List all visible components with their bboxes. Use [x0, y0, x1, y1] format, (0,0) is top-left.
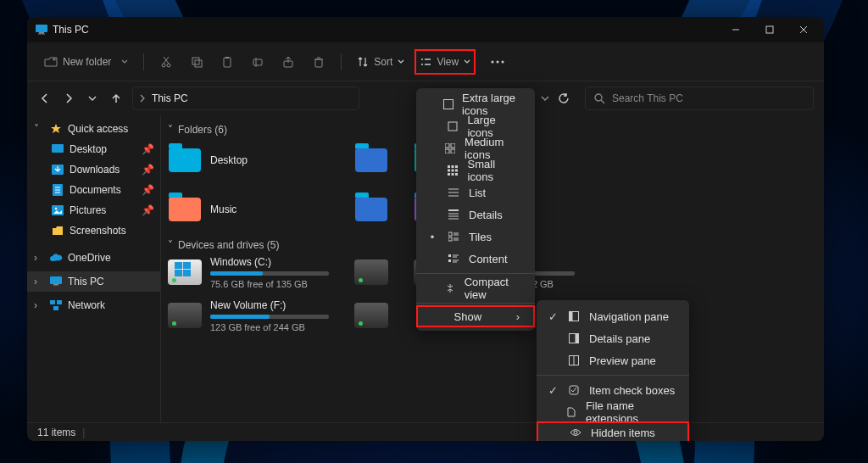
chevron-down-icon: ˅ — [168, 124, 173, 136]
window-title: This PC — [36, 24, 89, 36]
cut-button[interactable] — [153, 49, 180, 75]
menu-medium-icons[interactable]: Medium icons — [416, 137, 535, 159]
svg-rect-17 — [253, 59, 262, 65]
svg-rect-4 — [766, 26, 773, 33]
sidebar-item-pictures[interactable]: Pictures📌 — [27, 200, 160, 220]
svg-rect-49 — [444, 100, 453, 109]
menu-hidden-items[interactable]: Hidden items — [537, 421, 689, 441]
drive-partial-2[interactable] — [354, 299, 388, 332]
svg-point-28 — [497, 60, 499, 63]
menu-content[interactable]: Content — [416, 248, 535, 270]
titlebar: This PC — [27, 17, 824, 42]
sidebar-onedrive[interactable]: › OneDrive — [27, 248, 160, 268]
svg-point-23 — [421, 59, 423, 60]
view-button[interactable]: View — [415, 49, 476, 75]
svg-rect-44 — [53, 306, 58, 310]
svg-rect-63 — [455, 173, 458, 176]
menu-extra-large-icons[interactable]: Extra large icons — [416, 93, 535, 115]
svg-rect-43 — [57, 300, 62, 304]
svg-rect-80 — [448, 259, 451, 262]
search-input[interactable]: Search This PC — [585, 86, 814, 110]
pin-icon: 📌 — [142, 184, 150, 196]
svg-point-90 — [574, 431, 577, 434]
up-button[interactable] — [108, 91, 124, 106]
svg-rect-20 — [315, 59, 322, 67]
menu-preview-pane[interactable]: Preview pane — [537, 349, 689, 371]
svg-point-39 — [55, 208, 57, 209]
folder-documents-partial[interactable] — [354, 141, 388, 180]
chevron-right-icon: › — [34, 299, 44, 311]
maximize-button[interactable] — [753, 17, 787, 42]
sidebar-network[interactable]: › Network — [27, 295, 160, 315]
delete-button[interactable] — [305, 49, 332, 75]
sidebar-item-downloads[interactable]: Downloads📌 — [27, 159, 160, 180]
status-bar: 11 items | — [27, 422, 824, 441]
sidebar-this-pc[interactable]: › This PC — [27, 271, 160, 292]
sidebar-quick-access[interactable]: ˅ Quick access — [27, 119, 160, 139]
svg-rect-86 — [576, 334, 579, 343]
svg-rect-0 — [36, 25, 47, 32]
close-button[interactable] — [787, 17, 821, 42]
back-button[interactable] — [37, 91, 53, 106]
copy-button[interactable] — [183, 49, 210, 75]
minimize-button[interactable] — [719, 17, 753, 42]
pictures-icon — [51, 204, 64, 217]
menu-show[interactable]: Show › — [416, 305, 535, 327]
grid-icon — [446, 164, 459, 177]
sidebar-item-screenshots[interactable]: Screenshots — [27, 220, 160, 241]
folder-icon — [51, 224, 64, 237]
check-icon: ✓ — [547, 384, 559, 397]
tiles-icon — [447, 230, 460, 243]
folder-pictures-partial[interactable] — [354, 190, 388, 229]
new-folder-button[interactable]: New folder — [37, 49, 135, 75]
addr-dropdown-icon[interactable] — [541, 95, 549, 102]
menu-compact-view[interactable]: Compact view — [416, 277, 535, 299]
svg-rect-13 — [192, 58, 199, 64]
svg-point-27 — [492, 60, 494, 63]
folder-desktop[interactable]: Desktop — [168, 141, 329, 180]
drive-windows-c[interactable]: Windows (C:) 75.6 GB free of 135 GB — [168, 256, 329, 289]
svg-rect-42 — [50, 300, 55, 304]
history-button[interactable] — [85, 91, 100, 106]
share-button[interactable] — [275, 49, 302, 75]
menu-details-pane[interactable]: Details pane — [537, 327, 689, 349]
forward-button[interactable] — [61, 91, 76, 106]
paste-button[interactable] — [214, 49, 241, 75]
svg-rect-32 — [52, 144, 64, 153]
sidebar-item-documents[interactable]: Documents📌 — [27, 180, 160, 200]
svg-rect-41 — [53, 284, 58, 286]
rename-button[interactable] — [244, 49, 271, 75]
svg-rect-38 — [52, 205, 64, 215]
svg-rect-53 — [445, 149, 449, 153]
menu-small-icons[interactable]: Small icons — [416, 159, 535, 181]
svg-rect-45 — [175, 262, 182, 269]
svg-rect-74 — [448, 237, 452, 241]
drive-icon — [354, 259, 388, 285]
chevron-right-icon: › — [34, 276, 44, 287]
details-icon — [447, 208, 460, 221]
menu-file-extensions[interactable]: File name extensions — [537, 401, 689, 423]
compact-icon — [445, 282, 456, 295]
svg-rect-1 — [39, 32, 44, 34]
menu-tiles[interactable]: • Tiles — [416, 226, 535, 248]
menu-details[interactable]: Details — [416, 204, 535, 226]
more-button[interactable] — [484, 49, 511, 75]
refresh-button[interactable] — [558, 92, 570, 104]
address-bar[interactable]: This PC — [132, 86, 359, 110]
folder-music[interactable]: Music — [168, 190, 329, 229]
svg-line-31 — [601, 100, 604, 103]
sidebar-item-desktop[interactable]: Desktop📌 — [27, 139, 160, 159]
sort-icon — [357, 56, 369, 68]
toolbar: New folder Sort — [27, 42, 824, 81]
list-icon — [447, 186, 460, 199]
svg-rect-62 — [451, 173, 453, 176]
menu-item-checkboxes[interactable]: ✓ Item check boxes — [537, 379, 689, 401]
sort-button[interactable]: Sort — [350, 49, 411, 75]
menu-list[interactable]: List — [416, 181, 535, 204]
drive-partial[interactable] — [354, 256, 388, 289]
drive-new-volume-f[interactable]: New Volume (F:) 123 GB free of 244 GB — [168, 299, 329, 332]
menu-navigation-pane[interactable]: ✓ Navigation pane — [537, 305, 689, 327]
menu-large-icons[interactable]: Large icons — [416, 115, 535, 137]
checkbox-icon — [567, 383, 581, 397]
pin-icon: 📌 — [142, 164, 150, 176]
